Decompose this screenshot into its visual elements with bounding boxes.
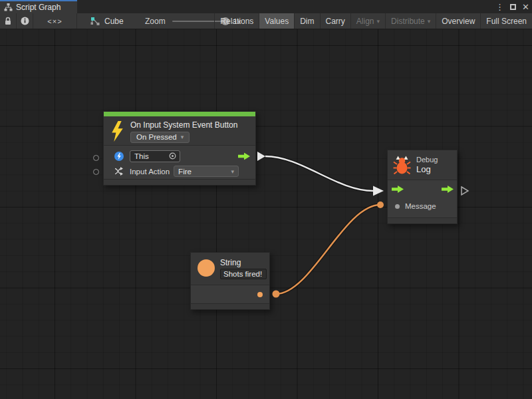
- overview-button[interactable]: Overview: [436, 13, 480, 29]
- input-action-value: Fire: [178, 168, 192, 176]
- graph-canvas[interactable]: On Input System Event Button On Pressed …: [0, 29, 532, 399]
- crossed-arrows-icon: [114, 167, 124, 176]
- node-footer: [388, 217, 457, 223]
- maximize-icon[interactable]: [510, 4, 516, 10]
- script-graph-window: Script Graph ⋮ ✕: [0, 0, 532, 399]
- chevron-down-icon: ▾: [231, 168, 235, 175]
- node-kicker: Debug: [416, 156, 438, 164]
- port-row-this: This: [104, 148, 255, 164]
- tab-script-graph[interactable]: Script Graph: [0, 0, 77, 13]
- message-port-row: Message: [388, 198, 457, 214]
- lock-button[interactable]: [0, 13, 17, 29]
- lock-icon: [4, 17, 12, 25]
- yellow-lightning-icon: [110, 121, 124, 145]
- menu-icon[interactable]: ⋮: [495, 3, 504, 11]
- info-button[interactable]: [17, 13, 33, 29]
- node-on-input-system-event-button[interactable]: On Input System Event Button On Pressed …: [103, 111, 256, 186]
- graph-inspector-button[interactable]: <×>: [33, 13, 77, 29]
- graph-target-button[interactable]: Cube: [90, 13, 124, 29]
- chevron-down-icon: ▾: [377, 18, 380, 25]
- flow-input-port[interactable]: [392, 186, 404, 193]
- chevron-down-icon: ▾: [181, 134, 184, 140]
- relations-button[interactable]: Relations: [214, 13, 259, 29]
- chevron-down-icon: ▾: [428, 18, 431, 25]
- flow-port-row: [388, 180, 457, 198]
- string-output-port[interactable]: [257, 292, 263, 297]
- tab-bar: Script Graph ⋮ ✕: [0, 0, 532, 13]
- flow-wire-start-arrow: [257, 152, 265, 161]
- info-icon: [21, 17, 29, 25]
- node-title: Log: [416, 164, 438, 174]
- flow-output-port[interactable]: [238, 152, 250, 160]
- flow-wire-end-arrow: [373, 186, 384, 196]
- node-string-literal[interactable]: String Shots fired!: [190, 252, 270, 310]
- this-field-value: This: [134, 152, 149, 160]
- align-button[interactable]: Align▾: [350, 13, 385, 29]
- node-tree-icon: [4, 3, 13, 11]
- fullscreen-button[interactable]: Full Screen: [480, 13, 532, 29]
- event-mode-value: On Pressed: [136, 133, 177, 141]
- flow-wire[interactable]: [265, 156, 373, 191]
- node-footer: [104, 179, 255, 185]
- value-wire[interactable]: [276, 205, 380, 294]
- message-port-label: Message: [405, 202, 436, 210]
- carry-button[interactable]: Carry: [320, 13, 350, 29]
- event-mode-dropdown[interactable]: On Pressed ▾: [130, 132, 190, 143]
- close-icon[interactable]: ✕: [522, 3, 529, 11]
- node-title: On Input System Event Button: [130, 120, 237, 130]
- toolbar-toggles: Relations Values Dim Carry Align▾ Distri…: [214, 13, 532, 29]
- port-row-input-action: Input Action Fire ▾: [104, 164, 255, 179]
- dim-button[interactable]: Dim: [294, 13, 319, 29]
- graph-target-icon: [90, 17, 100, 26]
- event-accent-bar: [104, 112, 255, 116]
- distribute-button[interactable]: Distribute▾: [385, 13, 436, 29]
- message-input-port[interactable]: [395, 204, 400, 209]
- blue-lightning-circle-icon: [114, 152, 124, 161]
- input-action-label: Input Action: [130, 168, 170, 176]
- unconnected-input-port[interactable]: [93, 169, 99, 175]
- code-icon: <×>: [47, 17, 62, 25]
- graph-toolbar: <×> Cube Zoom 1x Relations Values: [0, 13, 532, 29]
- window-controls: ⋮ ✕: [495, 0, 529, 13]
- object-picker-icon[interactable]: [169, 152, 176, 160]
- zoom-label: Zoom: [145, 17, 166, 26]
- values-button[interactable]: Values: [259, 13, 294, 29]
- node-footer: [191, 303, 269, 309]
- tab-label: Script Graph: [16, 3, 61, 12]
- node-title: String: [220, 258, 267, 267]
- string-value-field[interactable]: Shots fired!: [220, 269, 267, 279]
- flow-continue-indicator[interactable]: [462, 187, 468, 195]
- unconnected-input-port[interactable]: [93, 155, 99, 161]
- this-field[interactable]: This: [130, 150, 180, 162]
- node-debug-log[interactable]: Debug Log Message: [387, 150, 458, 224]
- bug-icon: [393, 156, 411, 174]
- flow-output-port[interactable]: [442, 186, 454, 193]
- orange-circle-icon: [198, 259, 215, 277]
- graph-target-label: Cube: [104, 17, 124, 26]
- input-action-dropdown[interactable]: Fire ▾: [174, 166, 239, 177]
